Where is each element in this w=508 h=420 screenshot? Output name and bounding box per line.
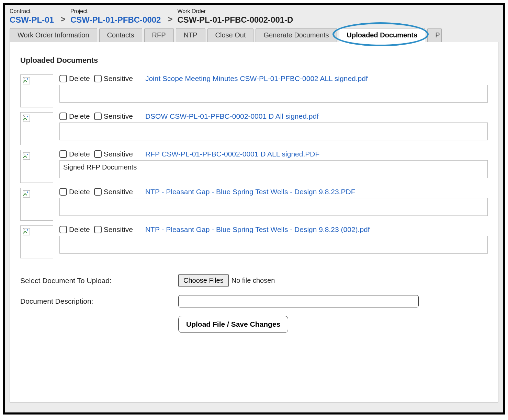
tab-close-out[interactable]: Close Out: [207, 28, 254, 42]
delete-label: Delete: [69, 150, 90, 158]
upload-save-button[interactable]: Upload File / Save Changes: [178, 316, 288, 333]
delete-label: Delete: [69, 225, 90, 234]
document-filename-link[interactable]: DSOW CSW-PL-01-PFBC-0002-0001 D All sign…: [145, 112, 319, 120]
tab-generate-documents[interactable]: Generate Documents: [256, 28, 337, 42]
document-body: DeleteSensitiveJoint Scope Meeting Minut…: [59, 74, 488, 103]
svg-point-5: [27, 154, 28, 155]
document-body: DeleteSensitiveRFP CSW-PL-01-PFBC-0002-0…: [59, 150, 488, 178]
document-thumbnail[interactable]: [20, 112, 53, 145]
sensitive-checkbox[interactable]: [94, 75, 102, 82]
sensitive-label: Sensitive: [104, 112, 133, 120]
section-title: Uploaded Documents: [20, 56, 488, 65]
tab-uploaded-documents-label: Uploaded Documents: [347, 31, 418, 39]
document-row: DeleteSensitiveNTP - Pleasant Gap - Blue…: [20, 225, 488, 258]
document-description-label: Document Description:: [20, 297, 178, 305]
breadcrumb-workorder-label: Work Order: [177, 8, 293, 14]
document-filename-link[interactable]: Joint Scope Meeting Minutes CSW-PL-01-PF…: [145, 74, 368, 83]
sensitive-checkbox[interactable]: [94, 113, 102, 120]
document-description-input[interactable]: [178, 295, 419, 307]
svg-point-1: [27, 78, 28, 80]
no-file-chosen-text: No file chosen: [232, 277, 275, 284]
svg-point-9: [27, 229, 28, 231]
document-body: DeleteSensitiveNTP - Pleasant Gap - Blue…: [59, 188, 488, 216]
tab-contacts[interactable]: Contacts: [99, 28, 142, 42]
tab-bar: Work Order Information Contacts RFP NTP …: [5, 28, 503, 42]
document-list: DeleteSensitiveJoint Scope Meeting Minut…: [20, 74, 488, 258]
sensitive-label: Sensitive: [104, 188, 133, 196]
tab-uploaded-documents[interactable]: Uploaded Documents: [339, 28, 426, 42]
delete-checkbox[interactable]: [59, 75, 67, 82]
choose-files-button[interactable]: Choose Files: [178, 274, 229, 287]
document-thumbnail[interactable]: [20, 188, 53, 221]
document-description-box[interactable]: [59, 85, 488, 103]
document-row: DeleteSensitiveNTP - Pleasant Gap - Blue…: [20, 188, 488, 221]
content-panel: Uploaded Documents DeleteSensitiveJoint …: [10, 42, 498, 402]
document-thumbnail[interactable]: [20, 225, 53, 258]
breadcrumb-contract-link[interactable]: CSW-PL-01: [10, 15, 54, 25]
document-thumbnail[interactable]: [20, 150, 53, 183]
breadcrumb-project-link[interactable]: CSW-PL-01-PFBC-0002: [70, 15, 161, 25]
upload-area: Select Document To Upload: Choose Files …: [20, 274, 488, 333]
delete-checkbox[interactable]: [59, 226, 67, 233]
document-filename-link[interactable]: NTP - Pleasant Gap - Blue Spring Test We…: [145, 188, 355, 196]
delete-checkbox[interactable]: [59, 150, 67, 158]
app-frame: Contract CSW-PL-01 > Project CSW-PL-01-P…: [3, 3, 505, 415]
breadcrumb-project-label: Project: [70, 8, 161, 14]
delete-checkbox[interactable]: [59, 188, 67, 196]
document-row: DeleteSensitiveJoint Scope Meeting Minut…: [20, 74, 488, 107]
breadcrumb-contract-label: Contract: [10, 8, 54, 14]
delete-label: Delete: [69, 74, 90, 83]
document-controls: DeleteSensitiveNTP - Pleasant Gap - Blue…: [59, 188, 488, 196]
document-controls: DeleteSensitiveDSOW CSW-PL-01-PFBC-0002-…: [59, 112, 488, 120]
sensitive-label: Sensitive: [104, 150, 133, 158]
svg-point-7: [27, 191, 28, 193]
svg-point-3: [27, 116, 28, 117]
sensitive-checkbox[interactable]: [94, 226, 102, 233]
broken-image-icon: [23, 77, 30, 84]
document-description-box[interactable]: Signed RFP Documents: [59, 160, 488, 178]
document-description-box[interactable]: [59, 122, 488, 140]
document-filename-link[interactable]: NTP - Pleasant Gap - Blue Spring Test We…: [145, 225, 370, 234]
sensitive-label: Sensitive: [104, 74, 133, 83]
breadcrumb-sep: >: [57, 14, 69, 25]
tab-work-order-information[interactable]: Work Order Information: [10, 28, 97, 42]
breadcrumb-sep: >: [164, 14, 176, 25]
delete-checkbox[interactable]: [59, 113, 67, 120]
document-controls: DeleteSensitiveRFP CSW-PL-01-PFBC-0002-0…: [59, 150, 488, 158]
document-controls: DeleteSensitiveJoint Scope Meeting Minut…: [59, 74, 488, 83]
breadcrumb-workorder-value: CSW-PL-01-PFBC-0002-001-D: [177, 15, 293, 25]
sensitive-label: Sensitive: [104, 225, 133, 234]
broken-image-icon: [23, 228, 30, 235]
delete-label: Delete: [69, 112, 90, 120]
delete-label: Delete: [69, 188, 90, 196]
select-document-label: Select Document To Upload:: [20, 277, 178, 285]
tab-rfp[interactable]: RFP: [144, 28, 174, 42]
document-description-box[interactable]: [59, 198, 488, 216]
broken-image-icon: [23, 190, 30, 198]
document-controls: DeleteSensitiveNTP - Pleasant Gap - Blue…: [59, 225, 488, 234]
broken-image-icon: [23, 115, 30, 122]
document-row: DeleteSensitiveDSOW CSW-PL-01-PFBC-0002-…: [20, 112, 488, 145]
document-body: DeleteSensitiveDSOW CSW-PL-01-PFBC-0002-…: [59, 112, 488, 140]
sensitive-checkbox[interactable]: [94, 188, 102, 196]
broken-image-icon: [23, 152, 30, 160]
sensitive-checkbox[interactable]: [94, 150, 102, 158]
tab-ntp[interactable]: NTP: [176, 28, 205, 42]
document-description-box[interactable]: [59, 236, 488, 254]
tab-next-partial[interactable]: P: [427, 28, 441, 42]
document-filename-link[interactable]: RFP CSW-PL-01-PFBC-0002-0001 D ALL signe…: [145, 150, 319, 158]
breadcrumb: Contract CSW-PL-01 > Project CSW-PL-01-P…: [5, 5, 503, 27]
document-thumbnail[interactable]: [20, 74, 53, 107]
document-row: DeleteSensitiveRFP CSW-PL-01-PFBC-0002-0…: [20, 150, 488, 183]
document-body: DeleteSensitiveNTP - Pleasant Gap - Blue…: [59, 225, 488, 254]
